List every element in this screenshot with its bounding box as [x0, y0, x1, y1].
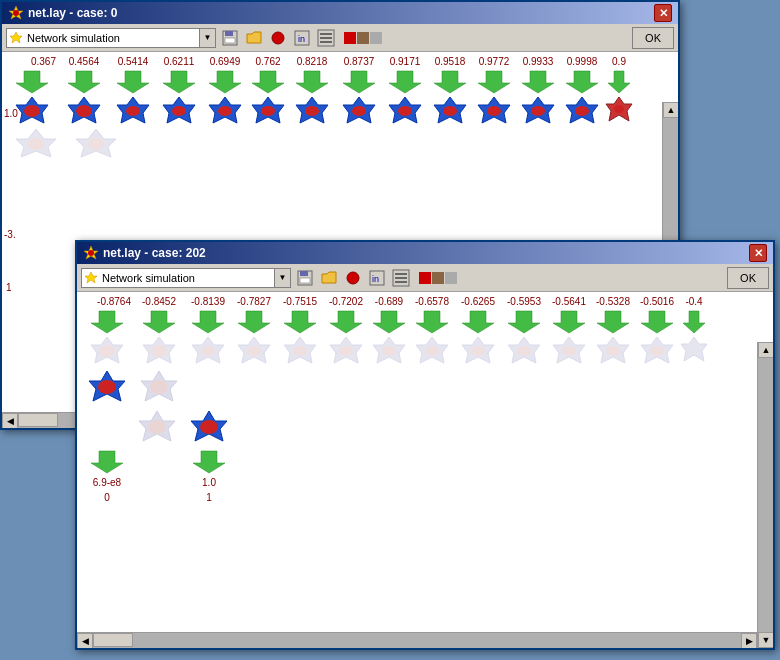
svg-marker-22 [434, 71, 466, 93]
vscroll-down-2[interactable]: ▼ [758, 632, 773, 648]
ok-button-2[interactable]: OK [727, 267, 769, 289]
ok-button-1[interactable]: OK [632, 27, 674, 49]
bottom-labels-row-1: 6.9-e8 1.0 [77, 475, 773, 490]
svg-point-32 [126, 106, 140, 116]
arrow-1-0 [6, 67, 58, 95]
svg-point-101 [425, 346, 439, 356]
arrow-row-2 [77, 307, 773, 335]
record-icon-svg [269, 29, 287, 47]
vscroll-track-2[interactable] [758, 358, 773, 632]
svg-point-116 [150, 380, 168, 394]
color-brown-2 [432, 272, 444, 284]
svg-marker-122 [193, 451, 225, 473]
svg-marker-112 [681, 337, 707, 361]
svg-marker-25 [566, 71, 598, 93]
close-button-1[interactable]: ✕ [654, 4, 672, 22]
hscroll-left-1[interactable]: ◀ [2, 413, 18, 428]
num-2: 0.5414 [110, 56, 156, 67]
svg-point-28 [24, 105, 40, 117]
arrows-bottom-2 [77, 447, 773, 475]
node-1-9 [428, 95, 472, 127]
save-icon-2[interactable] [295, 268, 315, 288]
num2-9: -0.5953 [501, 296, 547, 307]
hscroll-track-2[interactable] [93, 633, 741, 648]
num-13: 0.9 [604, 56, 634, 67]
num2-2: -0.8139 [185, 296, 231, 307]
simulation-dropdown-1[interactable]: Network simulation ▼ [6, 28, 216, 48]
num2-10: -0.5641 [547, 296, 591, 307]
svg-marker-76 [284, 311, 316, 333]
toolbar-1: Network simulation ▼ in [2, 24, 678, 52]
settings-icon[interactable] [316, 28, 336, 48]
arrow-1-11 [516, 67, 560, 95]
svg-point-99 [382, 346, 396, 356]
svg-point-107 [562, 346, 576, 356]
node-1-11 [516, 95, 560, 127]
svg-point-87 [99, 345, 115, 357]
num-0: 0.367 [6, 56, 58, 67]
node-1-3 [156, 95, 202, 127]
simulation-dropdown-2[interactable]: Network simulation ▼ [81, 268, 291, 288]
left-label-bottom: 1 [6, 282, 12, 293]
ghost-node-1-1 [66, 127, 126, 159]
save-icon[interactable] [220, 28, 240, 48]
svg-rect-12 [320, 41, 332, 43]
svg-marker-77 [330, 311, 362, 333]
ghost-2-8 [455, 335, 501, 367]
arrow-1-13 [604, 67, 634, 95]
svg-point-60 [88, 250, 94, 256]
ghost-2-7 [409, 335, 455, 367]
arrow-2-8 [455, 307, 501, 335]
save-icon-svg [221, 29, 239, 47]
ghost-2-6 [369, 335, 409, 367]
arrow-bottom-2-0 [81, 447, 133, 475]
num2-5: -0.7202 [323, 296, 369, 307]
node-1-2 [110, 95, 156, 127]
arrow-1-2 [110, 67, 156, 95]
svg-rect-10 [320, 33, 332, 35]
svg-marker-26 [608, 71, 630, 93]
hscroll-right-2[interactable]: ▶ [741, 633, 757, 648]
record-icon-2[interactable] [343, 268, 363, 288]
arrow-1-6 [288, 67, 336, 95]
active-node-2-1 [183, 407, 235, 447]
app-icon-2 [83, 245, 99, 261]
ghost-2-3 [231, 335, 277, 367]
folder-icon[interactable] [244, 28, 264, 48]
svg-point-111 [650, 346, 664, 356]
svg-point-38 [261, 106, 275, 116]
hscroll-left-2[interactable]: ◀ [77, 633, 93, 648]
folder-icon-2[interactable] [319, 268, 339, 288]
vscroll-up-2[interactable]: ▲ [758, 342, 773, 358]
svg-point-109 [606, 346, 620, 356]
svg-point-58 [88, 138, 104, 150]
svg-point-42 [352, 106, 366, 116]
arrow-2-6 [369, 307, 409, 335]
export-icon-2[interactable]: in [367, 268, 387, 288]
num2-13: -0.4 [679, 296, 709, 307]
record-icon[interactable] [268, 28, 288, 48]
ghost-2-13 [679, 335, 709, 367]
svg-point-30 [76, 105, 92, 117]
svg-point-40 [305, 106, 319, 116]
settings-icon-2[interactable] [391, 268, 411, 288]
hscroll-thumb-1[interactable] [18, 413, 58, 427]
export-svg-2: in [368, 269, 386, 287]
dropdown-arrow-2[interactable]: ▼ [274, 269, 290, 287]
num-12: 0.9998 [560, 56, 604, 67]
active-nodes-second-row [127, 407, 773, 447]
close-button-2[interactable]: ✕ [749, 244, 767, 262]
svg-marker-85 [683, 311, 705, 333]
num-11: 0.9933 [516, 56, 560, 67]
vscroll-up-1[interactable]: ▲ [663, 102, 678, 118]
content-area-2: -0.8764 -0.8452 -0.8139 -0.7827 -0.7515 … [77, 292, 773, 648]
hscroll-thumb-2[interactable] [93, 633, 133, 647]
export-icon[interactable]: in [292, 28, 312, 48]
dropdown-arrow-1[interactable]: ▼ [199, 29, 215, 47]
hscrollbar-2: ◀ ▶ [77, 632, 757, 648]
svg-rect-5 [225, 38, 235, 43]
ghost-2-9 [501, 335, 547, 367]
arrow-2-3 [231, 307, 277, 335]
toolbar-2: Network simulation ▼ in [77, 264, 773, 292]
svg-rect-64 [300, 278, 310, 283]
